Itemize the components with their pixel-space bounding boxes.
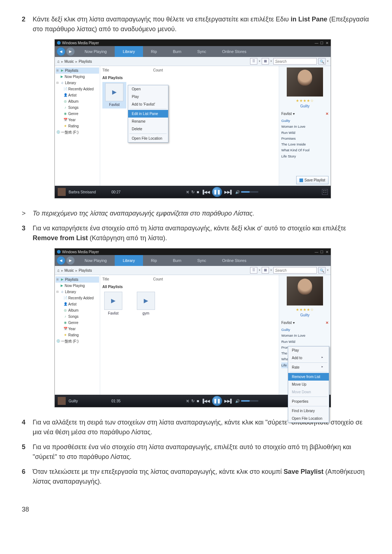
tab-sync[interactable]: Sync [189,255,214,266]
next-button[interactable]: ▶▶▌ [224,398,233,404]
col-title[interactable]: Title [102,67,153,73]
volume-slider[interactable] [241,191,258,193]
tree-recently-added[interactable]: 📄Recently Added [56,295,99,301]
tree-now-playing[interactable]: ▶Now Playing [56,74,99,80]
dropdown-icon[interactable]: ▾ [259,268,260,272]
breadcrumb[interactable]: ♫ ▸ Music ▸ Playlists [57,59,92,64]
repeat-button[interactable]: ↻ [191,398,195,404]
tree-genre[interactable]: ◉Genre [56,111,99,117]
tree-library[interactable]: ⊟♫Library [56,289,99,295]
crumb-playlists[interactable]: Playlists [79,268,92,273]
search-button[interactable]: 🔍 [318,267,326,274]
tab-now-playing[interactable]: Now Playing [77,255,115,266]
mute-icon[interactable]: 🔊 [235,189,240,195]
crumb-music[interactable]: Music [65,268,74,273]
tree-rating[interactable]: ★Rating [56,332,99,338]
tab-online-stores[interactable]: Online Stores [214,46,254,57]
tree-songs[interactable]: ♪Songs [56,313,99,320]
context-menu-playlist[interactable]: Open Play Add to 'Favlist' Edit in List … [128,85,168,143]
tree-album[interactable]: ◎Album [56,307,99,313]
nav-buttons[interactable]: ◄ ► [55,256,77,265]
expander-icon[interactable]: ⊞ [56,69,59,73]
ctx-play[interactable]: Play [128,93,168,100]
list-pane-title-label[interactable]: Favlist ▾ [281,320,295,325]
ctx-rate[interactable]: Rate [288,364,329,371]
expander-icon[interactable]: ⊞ [56,278,59,282]
stop-button[interactable]: ■ [197,189,199,195]
view-tiles-button[interactable]: ▦ [262,267,269,274]
ctx-edit-list-pane[interactable]: Edit in List Pane [128,110,168,118]
ctx-delete[interactable]: Delete [128,125,168,133]
nav-tree[interactable]: ⊞▶Playlists ▶Now Playing ⊟♫Library 📄Rece… [55,66,100,186]
window-buttons[interactable]: — ☐ ✕ [315,40,328,46]
volume-slider[interactable] [241,400,258,402]
tree-now-playing[interactable]: ▶Now Playing [56,283,99,289]
tree-rating[interactable]: ★Rating [56,123,99,129]
prev-button[interactable]: ▐◀◀ [201,189,210,195]
next-button[interactable]: ▶▶▌ [224,189,233,195]
close-icon[interactable]: ✕ [326,320,328,325]
tree-drive[interactable]: 💿一盤燒 (F:) [56,338,99,344]
breadcrumb[interactable]: ♫ ▸ Music ▸ Playlists [57,268,92,273]
list-item[interactable]: Guilty [281,327,328,333]
ctx-open[interactable]: Open [128,85,168,93]
tree-album[interactable]: ◎Album [56,98,99,104]
dropdown-icon[interactable]: ▾ [327,268,328,272]
play-pause-button[interactable]: ❚❚ [212,187,222,197]
ctx-properties[interactable]: Properties [288,398,329,405]
ctx-add-to[interactable]: Add to [288,354,329,362]
dropdown-icon[interactable]: ▾ [259,59,260,63]
search-input[interactable] [273,58,317,65]
tab-online-stores[interactable]: Online Stores [214,255,254,266]
tab-library[interactable]: Library [115,255,143,266]
view-tiles-button[interactable]: ▦ [262,58,269,65]
tree-artist[interactable]: 👤Artist [56,301,99,307]
col-title[interactable]: Title [102,276,153,282]
expander-icon[interactable]: ⊟ [56,290,59,294]
ctx-move-up[interactable]: Move Up [288,381,329,388]
crumb-playlists[interactable]: Playlists [79,59,92,64]
tree-playlists[interactable]: ⊞▶Playlists [56,67,99,74]
back-button[interactable]: ◄ [57,256,65,265]
list-pane-title-label[interactable]: Favlist ▾ [281,111,295,116]
shuffle-button[interactable]: ⤨ [186,189,189,195]
ctx-open-file-location[interactable]: Open File Location [288,415,329,422]
list-item[interactable]: Run Wild [281,130,328,136]
volume-control[interactable]: 🔊 [235,398,258,404]
ctx-open-file-location[interactable]: Open File Location [128,135,168,142]
fullscreen-button[interactable]: ⛶ [322,189,328,195]
dropdown-icon[interactable]: ▾ [270,59,272,63]
forward-button[interactable]: ► [66,47,75,56]
dropdown-icon[interactable]: ▾ [270,268,272,272]
column-headers[interactable]: Title Count [102,276,277,283]
list-item[interactable]: Life Story [281,153,328,159]
playlist-item-gym[interactable]: ▶ gym [135,292,157,316]
repeat-button[interactable]: ↻ [191,189,195,195]
col-count[interactable]: Count [153,67,204,73]
tab-rip[interactable]: Rip [143,46,165,57]
list-item[interactable]: Woman In Love [281,124,328,130]
playlist-item-favlist[interactable]: ▶ Favlist [102,292,124,316]
col-count[interactable]: Count [153,276,204,282]
close-icon[interactable]: ✕ [326,111,328,116]
tab-library[interactable]: Library [115,46,143,57]
ctx-rename[interactable]: Rename [128,118,168,125]
tree-playlists[interactable]: ⊞▶Playlists [56,276,99,283]
list-item[interactable]: What Kind Of Fool [281,147,328,153]
tab-now-playing[interactable]: Now Playing [77,46,115,57]
ctx-remove-from-list[interactable]: Remove from List [288,373,329,381]
view-list-button[interactable]: ☰ [250,267,257,274]
list-item[interactable]: Promises [281,136,328,141]
expander-icon[interactable]: ⊟ [56,81,59,85]
list-pane-title[interactable]: Favlist ▾ ✕ [281,111,328,116]
prev-button[interactable]: ▐◀◀ [201,398,210,404]
tab-rip[interactable]: Rip [143,255,165,266]
rating-stars[interactable]: ★★★★☆ [281,307,328,312]
column-headers[interactable]: Title Count [102,67,277,74]
nav-buttons[interactable]: ◄ ► [55,47,77,56]
ctx-play[interactable]: Play [288,346,329,354]
ctx-find-in-library[interactable]: Find in Library [288,407,329,415]
list-item[interactable]: Run Wild [281,339,328,345]
tree-recently-added[interactable]: 📄Recently Added [56,86,99,92]
mute-icon[interactable]: 🔊 [235,398,240,404]
